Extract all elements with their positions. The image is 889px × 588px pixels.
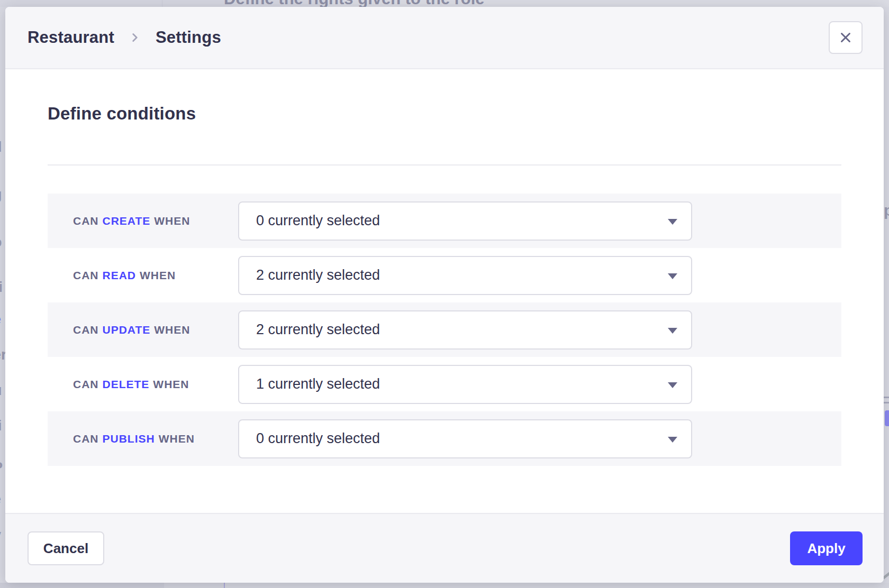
read-conditions-select[interactable]: 2 currently selected <box>238 256 692 295</box>
chevron-down-icon <box>668 382 677 388</box>
modal-footer: Cancel Apply <box>5 513 884 583</box>
background-accent-sliver <box>224 583 225 588</box>
chevron-down-icon <box>668 219 677 225</box>
label-prefix: CAN <box>73 378 99 391</box>
select-value: 0 currently selected <box>256 430 380 447</box>
apply-button[interactable]: Apply <box>790 531 863 565</box>
update-conditions-select[interactable]: 2 currently selected <box>238 310 692 350</box>
label-suffix: WHEN <box>154 324 190 336</box>
background-letter-fragment: u <box>0 382 5 399</box>
background-letter-fragment: ti <box>0 418 5 434</box>
cancel-button[interactable]: Cancel <box>28 531 104 565</box>
label-action-update: UPDATE <box>103 324 151 336</box>
condition-row-update: CAN UPDATE WHEN 2 currently selected <box>48 302 841 357</box>
label-prefix: CAN <box>73 324 99 336</box>
chevron-right-icon <box>128 31 142 44</box>
label-suffix: WHEN <box>154 215 190 227</box>
label-prefix: CAN <box>73 269 99 282</box>
title-divider <box>48 164 841 166</box>
chevron-down-icon <box>668 273 677 279</box>
background-letter-fragment: e <box>0 311 5 328</box>
select-value: 1 currently selected <box>256 376 380 392</box>
label-action-create: CREATE <box>103 215 151 227</box>
condition-label: CAN DELETE WHEN <box>48 378 189 391</box>
background-page-subtitle: Define the rights given to the role <box>224 0 485 7</box>
background-letter-fragment: v <box>0 527 5 544</box>
label-suffix: WHEN <box>153 378 189 391</box>
select-value: 2 currently selected <box>256 267 380 283</box>
label-prefix: CAN <box>73 215 99 227</box>
condition-label: CAN PUBLISH WHEN <box>48 433 195 445</box>
background-line-fragment <box>884 402 889 403</box>
label-action-publish: PUBLISH <box>103 433 155 445</box>
background-bottom-segment <box>0 583 164 588</box>
chevron-down-icon <box>668 437 677 443</box>
publish-conditions-select[interactable]: 0 currently selected <box>238 419 692 458</box>
close-button[interactable] <box>829 21 863 54</box>
select-value: 2 currently selected <box>256 321 380 338</box>
condition-row-delete: CAN DELETE WHEN 1 currently selected <box>48 357 841 411</box>
modal-body: Define conditions CAN CREATE WHEN 0 curr… <box>5 69 884 513</box>
select-value: 0 currently selected <box>256 213 380 229</box>
condition-row-create: CAN CREATE WHEN 0 currently selected <box>48 194 841 248</box>
modal-header: Restaurant Settings <box>5 7 884 69</box>
background-letter-fragment: o <box>0 234 5 251</box>
label-prefix: CAN <box>73 433 99 445</box>
background-letter-fragment: p <box>884 201 889 219</box>
close-icon <box>838 30 854 45</box>
background-bottom-strip <box>0 583 889 588</box>
breadcrumb-item-settings: Settings <box>156 28 221 47</box>
condition-label: CAN READ WHEN <box>48 269 176 282</box>
condition-row-publish: CAN PUBLISH WHEN 0 currently selected <box>48 411 841 466</box>
breadcrumb-item-restaurant: Restaurant <box>28 28 114 47</box>
conditions-list: CAN CREATE WHEN 0 currently selected CAN… <box>48 194 841 466</box>
background-letter-fragment: ri <box>0 279 5 296</box>
background-letter-fragment: er <box>0 347 5 363</box>
create-conditions-select[interactable]: 0 currently selected <box>238 201 692 241</box>
background-top-strip: Define the rights given to the role <box>0 0 889 7</box>
background-letter-fragment: r <box>0 91 5 108</box>
background-blue-fragment <box>885 410 889 426</box>
label-suffix: WHEN <box>159 433 195 445</box>
background-left-edge-strip: rdgorieerutiPev <box>0 7 5 583</box>
background-line-fragment <box>884 397 889 398</box>
condition-row-read: CAN READ WHEN 2 currently selected <box>48 248 841 302</box>
define-conditions-modal: Restaurant Settings Define conditions C <box>5 7 884 583</box>
delete-conditions-select[interactable]: 1 currently selected <box>238 365 692 404</box>
background-letter-fragment: e <box>0 491 5 508</box>
chevron-down-icon <box>668 328 677 334</box>
breadcrumb: Restaurant Settings <box>28 28 221 47</box>
label-suffix: WHEN <box>140 269 176 282</box>
background-letter-fragment: P <box>0 460 5 476</box>
condition-label: CAN UPDATE WHEN <box>48 324 190 336</box>
background-bottom-segment <box>164 583 224 588</box>
background-right-edge-strip: p <box>884 7 889 583</box>
page-title: Define conditions <box>48 69 841 125</box>
label-action-delete: DELETE <box>103 378 150 391</box>
condition-label: CAN CREATE WHEN <box>48 215 190 227</box>
label-action-read: READ <box>103 269 137 282</box>
background-letter-fragment: g <box>0 187 5 203</box>
background-letter-fragment: d <box>0 139 5 155</box>
background-divider-sliver <box>162 0 162 7</box>
